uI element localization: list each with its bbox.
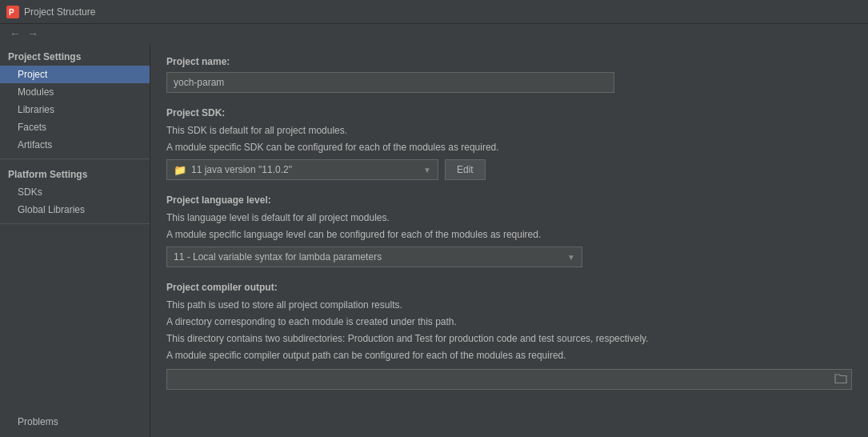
compiler-output-input[interactable] [170, 369, 848, 390]
sidebar-item-global-libraries[interactable]: Global Libraries [0, 201, 150, 218]
sdk-dropdown-content: 📁 11 java version "11.0.2" [174, 164, 292, 176]
back-button[interactable]: ← [6, 26, 24, 41]
sidebar-divider-2 [0, 223, 150, 224]
language-level-dropdown-arrow: ▼ [567, 253, 575, 262]
project-language-desc2: A module specific language level can be … [166, 227, 852, 242]
project-sdk-label: Project SDK: [166, 107, 852, 118]
compiler-output-desc2: A directory corresponding to each module… [166, 315, 852, 329]
project-sdk-desc2: A module specific SDK can be configured … [166, 140, 852, 154]
sdk-dropdown-arrow: ▼ [423, 166, 431, 174]
window-title: Project Structure [24, 6, 95, 18]
sidebar-item-modules[interactable]: Modules [0, 83, 150, 101]
sdk-folder-icon: 📁 [174, 164, 186, 176]
project-name-input[interactable] [166, 72, 614, 93]
sidebar-item-sdks[interactable]: SDKs [0, 183, 150, 201]
language-level-row: 11 - Local variable syntax for lambda pa… [166, 247, 852, 267]
svg-text:P: P [9, 8, 14, 17]
compiler-output-desc3: This directory contains two subdirectori… [166, 331, 852, 346]
sidebar-item-facets[interactable]: Facets [0, 118, 150, 136]
compiler-output-desc4: A module specific compiler output path c… [166, 348, 852, 363]
project-name-section: Project name: [166, 56, 852, 93]
project-language-label: Project language level: [166, 194, 852, 206]
nav-bar: ← → [0, 24, 868, 43]
project-sdk-section: Project SDK: This SDK is default for all… [166, 107, 852, 180]
sidebar-item-libraries[interactable]: Libraries [0, 101, 150, 118]
sidebar-divider [0, 158, 150, 159]
project-name-label: Project name: [166, 56, 852, 67]
sidebar: Project Settings Project Modules Librari… [0, 43, 150, 437]
compiler-output-desc1: This path is used to store all project c… [166, 298, 852, 312]
compiler-output-label: Project compiler output: [166, 282, 852, 293]
sdk-row: 📁 11 java version "11.0.2" ▼ Edit [166, 159, 852, 180]
project-compiler-output-section: Project compiler output: This path is us… [166, 282, 852, 390]
title-bar: P Project Structure [0, 0, 868, 24]
app-icon: P [6, 6, 19, 18]
compiler-output-row [166, 369, 852, 390]
sidebar-item-project[interactable]: Project [0, 66, 150, 83]
language-level-dropdown[interactable]: 11 - Local variable syntax for lambda pa… [166, 247, 582, 267]
language-level-value: 11 - Local variable syntax for lambda pa… [174, 251, 382, 263]
sidebar-item-problems[interactable]: Problems [0, 413, 150, 431]
platform-settings-header: Platform Settings [0, 164, 150, 183]
compiler-output-folder-button[interactable] [831, 371, 850, 388]
sidebar-item-artifacts[interactable]: Artifacts [0, 136, 150, 154]
language-level-dropdown-content: 11 - Local variable syntax for lambda pa… [174, 251, 382, 263]
sdk-dropdown[interactable]: 📁 11 java version "11.0.2" ▼ [166, 159, 438, 180]
project-sdk-desc1: This SDK is default for all project modu… [166, 123, 852, 138]
sdk-value: 11 java version "11.0.2" [191, 164, 292, 175]
sdk-edit-button[interactable]: Edit [445, 159, 486, 180]
main-container: Project Settings Project Modules Librari… [0, 43, 868, 437]
content-area: Project name: Project SDK: This SDK is d… [150, 43, 868, 437]
project-language-level-section: Project language level: This language le… [166, 194, 852, 267]
project-settings-header: Project Settings [0, 46, 150, 66]
forward-button[interactable]: → [24, 26, 42, 41]
sidebar-problems-section: Problems [0, 413, 150, 437]
compiler-output-field [166, 369, 852, 390]
project-language-desc1: This language level is default for all p… [166, 210, 852, 225]
